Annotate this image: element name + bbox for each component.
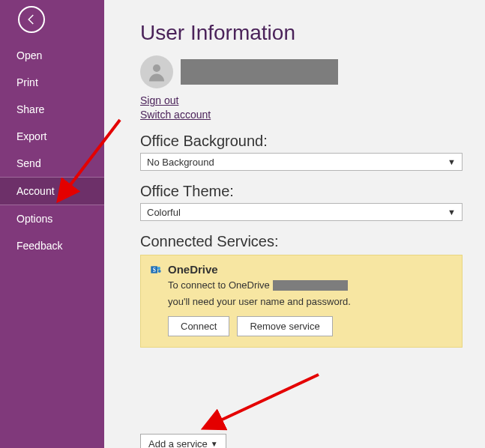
sharepoint-icon: S [150,264,162,276]
sidebar-item-options[interactable]: Options [0,205,104,232]
avatar [140,55,173,88]
sidebar-item-print[interactable]: Print [0,69,104,96]
sidebar-item-feedback[interactable]: Feedback [0,232,104,259]
office-theme-label: Office Theme: [140,183,463,200]
office-theme-value: Colorful [147,207,181,218]
page-title: User Information [140,21,463,45]
add-service-label: Add a service [148,438,208,448]
person-icon [145,61,168,83]
arrow-left-icon [25,13,38,26]
add-service-button[interactable]: Add a service ▼ [140,434,226,448]
office-theme-dropdown[interactable]: Colorful ▼ [140,203,463,221]
main-content: User Information Sign out Switch account… [104,0,485,448]
sidebar-item-share[interactable]: Share [0,96,104,123]
sign-out-link[interactable]: Sign out [140,94,463,106]
svg-point-3 [157,267,160,270]
svg-point-0 [153,64,160,72]
chevron-down-icon: ▼ [211,440,218,448]
switch-account-link[interactable]: Switch account [140,109,463,121]
sidebar-item-send[interactable]: Send [0,150,104,177]
user-name-redacted [181,59,338,85]
chevron-down-icon: ▼ [448,208,456,217]
remove-service-button[interactable]: Remove service [237,316,332,336]
svg-text:S: S [153,266,156,273]
svg-point-4 [158,270,161,273]
chevron-down-icon: ▼ [448,157,456,166]
service-desc-suffix: you'll need your user name and password. [168,295,351,309]
sidebar-item-open[interactable]: Open [0,42,104,69]
sidebar-item-export[interactable]: Export [0,123,104,150]
service-account-redacted [273,280,348,291]
backstage-sidebar: Open Print Share Export Send Account Opt… [0,0,104,448]
back-button[interactable] [18,6,45,33]
connect-button[interactable]: Connect [168,316,229,336]
office-background-label: Office Background: [140,133,463,150]
sidebar-item-account[interactable]: Account [0,178,104,205]
office-background-dropdown[interactable]: No Background ▼ [140,153,463,171]
connected-service-panel: S OneDrive To connect to OneDrive you'll… [140,255,463,348]
service-desc-prefix: To connect to OneDrive [168,279,270,292]
service-name: OneDrive [168,263,218,276]
service-description: To connect to OneDrive you'll need your … [168,279,453,309]
office-background-value: No Background [147,157,214,168]
connected-services-label: Connected Services: [140,233,463,250]
